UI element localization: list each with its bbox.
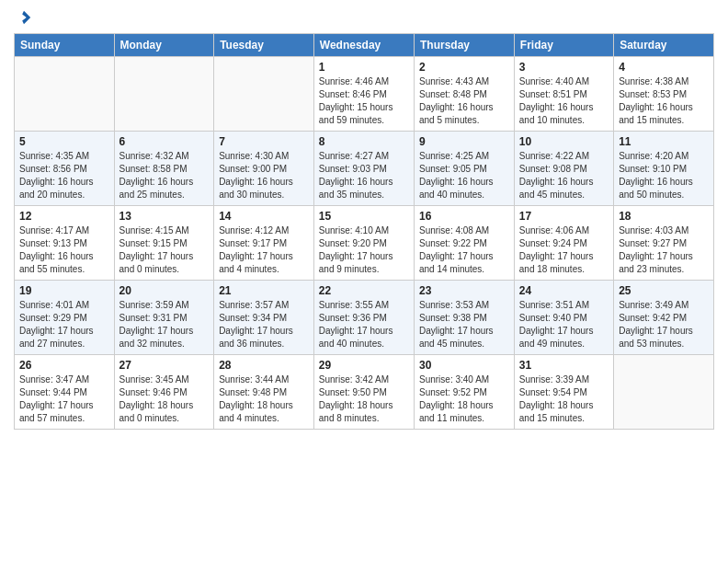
calendar-cell: 23Sunrise: 3:53 AM Sunset: 9:38 PM Dayli… bbox=[414, 281, 514, 355]
day-info: Sunrise: 4:01 AM Sunset: 9:29 PM Dayligh… bbox=[19, 299, 109, 350]
day-number: 7 bbox=[219, 135, 309, 148]
day-info: Sunrise: 3:51 AM Sunset: 9:40 PM Dayligh… bbox=[519, 299, 609, 350]
header-wednesday: Wednesday bbox=[313, 34, 414, 57]
day-number: 14 bbox=[219, 210, 309, 223]
day-info: Sunrise: 3:53 AM Sunset: 9:38 PM Dayligh… bbox=[419, 299, 509, 350]
header-thursday: Thursday bbox=[414, 34, 514, 57]
day-info: Sunrise: 4:22 AM Sunset: 9:08 PM Dayligh… bbox=[519, 150, 609, 201]
calendar-cell: 4Sunrise: 4:38 AM Sunset: 8:53 PM Daylig… bbox=[614, 57, 714, 132]
calendar-cell: 5Sunrise: 4:35 AM Sunset: 8:56 PM Daylig… bbox=[15, 132, 115, 206]
day-info: Sunrise: 3:40 AM Sunset: 9:52 PM Dayligh… bbox=[419, 373, 509, 425]
day-info: Sunrise: 4:35 AM Sunset: 8:56 PM Dayligh… bbox=[19, 150, 109, 201]
day-number: 29 bbox=[319, 359, 409, 372]
day-number: 1 bbox=[319, 61, 409, 74]
calendar-week-row: 1Sunrise: 4:46 AM Sunset: 8:46 PM Daylig… bbox=[15, 57, 714, 132]
day-number: 12 bbox=[19, 210, 109, 223]
calendar-cell: 11Sunrise: 4:20 AM Sunset: 9:10 PM Dayli… bbox=[614, 132, 714, 206]
day-info: Sunrise: 4:46 AM Sunset: 8:46 PM Dayligh… bbox=[319, 75, 409, 127]
calendar-cell: 29Sunrise: 3:42 AM Sunset: 9:50 PM Dayli… bbox=[313, 355, 414, 430]
day-number: 18 bbox=[619, 210, 709, 223]
day-info: Sunrise: 3:39 AM Sunset: 9:54 PM Dayligh… bbox=[519, 373, 609, 425]
calendar-cell: 18Sunrise: 4:03 AM Sunset: 9:27 PM Dayli… bbox=[614, 206, 714, 281]
calendar-cell: 8Sunrise: 4:27 AM Sunset: 9:03 PM Daylig… bbox=[313, 132, 414, 206]
calendar-cell: 14Sunrise: 4:12 AM Sunset: 9:17 PM Dayli… bbox=[214, 206, 314, 281]
calendar-cell bbox=[214, 57, 314, 132]
day-info: Sunrise: 4:27 AM Sunset: 9:03 PM Dayligh… bbox=[319, 150, 409, 201]
calendar-cell: 21Sunrise: 3:57 AM Sunset: 9:34 PM Dayli… bbox=[214, 281, 314, 355]
calendar-cell: 22Sunrise: 3:55 AM Sunset: 9:36 PM Dayli… bbox=[313, 281, 414, 355]
calendar-cell: 27Sunrise: 3:45 AM Sunset: 9:46 PM Dayli… bbox=[114, 355, 214, 430]
day-number: 24 bbox=[519, 284, 609, 297]
header-sunday: Sunday bbox=[15, 34, 115, 57]
day-info: Sunrise: 3:55 AM Sunset: 9:36 PM Dayligh… bbox=[319, 299, 409, 350]
day-info: Sunrise: 4:40 AM Sunset: 8:51 PM Dayligh… bbox=[519, 75, 609, 127]
calendar-week-row: 12Sunrise: 4:17 AM Sunset: 9:13 PM Dayli… bbox=[15, 206, 714, 281]
calendar-cell: 17Sunrise: 4:06 AM Sunset: 9:24 PM Dayli… bbox=[514, 206, 613, 281]
calendar-cell: 26Sunrise: 3:47 AM Sunset: 9:44 PM Dayli… bbox=[15, 355, 115, 430]
calendar-cell: 16Sunrise: 4:08 AM Sunset: 9:22 PM Dayli… bbox=[414, 206, 514, 281]
calendar-cell: 31Sunrise: 3:39 AM Sunset: 9:54 PM Dayli… bbox=[514, 355, 613, 430]
day-number: 13 bbox=[119, 210, 210, 223]
calendar-cell bbox=[114, 57, 214, 132]
day-number: 28 bbox=[219, 359, 309, 372]
day-info: Sunrise: 4:17 AM Sunset: 9:13 PM Dayligh… bbox=[19, 224, 109, 276]
day-number: 10 bbox=[519, 135, 609, 148]
day-number: 22 bbox=[319, 284, 409, 297]
day-number: 23 bbox=[419, 284, 509, 297]
calendar-cell: 10Sunrise: 4:22 AM Sunset: 9:08 PM Dayli… bbox=[514, 132, 613, 206]
page-header bbox=[14, 9, 714, 26]
day-info: Sunrise: 4:43 AM Sunset: 8:48 PM Dayligh… bbox=[419, 75, 509, 127]
header-monday: Monday bbox=[114, 34, 214, 57]
header-saturday: Saturday bbox=[614, 34, 714, 57]
day-number: 21 bbox=[219, 284, 309, 297]
calendar-cell: 20Sunrise: 3:59 AM Sunset: 9:31 PM Dayli… bbox=[114, 281, 214, 355]
calendar-cell: 7Sunrise: 4:30 AM Sunset: 9:00 PM Daylig… bbox=[214, 132, 314, 206]
day-info: Sunrise: 3:49 AM Sunset: 9:42 PM Dayligh… bbox=[619, 299, 709, 350]
day-info: Sunrise: 4:20 AM Sunset: 9:10 PM Dayligh… bbox=[619, 150, 709, 201]
calendar-cell: 9Sunrise: 4:25 AM Sunset: 9:05 PM Daylig… bbox=[414, 132, 514, 206]
calendar-cell bbox=[614, 355, 714, 430]
calendar-table: SundayMondayTuesdayWednesdayThursdayFrid… bbox=[14, 33, 714, 430]
calendar-week-row: 26Sunrise: 3:47 AM Sunset: 9:44 PM Dayli… bbox=[15, 355, 714, 430]
calendar-cell: 12Sunrise: 4:17 AM Sunset: 9:13 PM Dayli… bbox=[15, 206, 115, 281]
calendar-cell: 2Sunrise: 4:43 AM Sunset: 8:48 PM Daylig… bbox=[414, 57, 514, 132]
day-number: 16 bbox=[419, 210, 509, 223]
day-info: Sunrise: 4:08 AM Sunset: 9:22 PM Dayligh… bbox=[419, 224, 509, 276]
header-tuesday: Tuesday bbox=[214, 34, 314, 57]
day-info: Sunrise: 3:42 AM Sunset: 9:50 PM Dayligh… bbox=[319, 373, 409, 425]
calendar-cell: 19Sunrise: 4:01 AM Sunset: 9:29 PM Dayli… bbox=[15, 281, 115, 355]
logo-icon bbox=[16, 9, 32, 26]
day-number: 25 bbox=[619, 284, 709, 297]
calendar-cell: 28Sunrise: 3:44 AM Sunset: 9:48 PM Dayli… bbox=[214, 355, 314, 430]
day-number: 4 bbox=[619, 61, 709, 74]
day-number: 27 bbox=[119, 359, 210, 372]
calendar-cell: 6Sunrise: 4:32 AM Sunset: 8:58 PM Daylig… bbox=[114, 132, 214, 206]
day-number: 5 bbox=[19, 135, 109, 148]
calendar-cell: 3Sunrise: 4:40 AM Sunset: 8:51 PM Daylig… bbox=[514, 57, 613, 132]
day-info: Sunrise: 4:32 AM Sunset: 8:58 PM Dayligh… bbox=[119, 150, 210, 201]
calendar-cell bbox=[15, 57, 115, 132]
svg-marker-0 bbox=[22, 11, 30, 24]
day-info: Sunrise: 4:12 AM Sunset: 9:17 PM Dayligh… bbox=[219, 224, 309, 276]
day-number: 8 bbox=[319, 135, 409, 148]
day-info: Sunrise: 4:10 AM Sunset: 9:20 PM Dayligh… bbox=[319, 224, 409, 276]
calendar-header-row: SundayMondayTuesdayWednesdayThursdayFrid… bbox=[15, 34, 714, 57]
day-info: Sunrise: 3:57 AM Sunset: 9:34 PM Dayligh… bbox=[219, 299, 309, 350]
day-number: 30 bbox=[419, 359, 509, 372]
day-info: Sunrise: 4:38 AM Sunset: 8:53 PM Dayligh… bbox=[619, 75, 709, 127]
day-number: 15 bbox=[319, 210, 409, 223]
day-number: 20 bbox=[119, 284, 210, 297]
day-info: Sunrise: 3:44 AM Sunset: 9:48 PM Dayligh… bbox=[219, 373, 309, 425]
calendar-week-row: 19Sunrise: 4:01 AM Sunset: 9:29 PM Dayli… bbox=[15, 281, 714, 355]
header-friday: Friday bbox=[514, 34, 613, 57]
day-number: 31 bbox=[519, 359, 609, 372]
calendar-cell: 24Sunrise: 3:51 AM Sunset: 9:40 PM Dayli… bbox=[514, 281, 613, 355]
day-number: 9 bbox=[419, 135, 509, 148]
day-info: Sunrise: 3:59 AM Sunset: 9:31 PM Dayligh… bbox=[119, 299, 210, 350]
calendar-cell: 25Sunrise: 3:49 AM Sunset: 9:42 PM Dayli… bbox=[614, 281, 714, 355]
day-number: 3 bbox=[519, 61, 609, 74]
calendar-week-row: 5Sunrise: 4:35 AM Sunset: 8:56 PM Daylig… bbox=[15, 132, 714, 206]
day-info: Sunrise: 4:03 AM Sunset: 9:27 PM Dayligh… bbox=[619, 224, 709, 276]
day-info: Sunrise: 3:47 AM Sunset: 9:44 PM Dayligh… bbox=[19, 373, 109, 425]
day-info: Sunrise: 3:45 AM Sunset: 9:46 PM Dayligh… bbox=[119, 373, 210, 425]
